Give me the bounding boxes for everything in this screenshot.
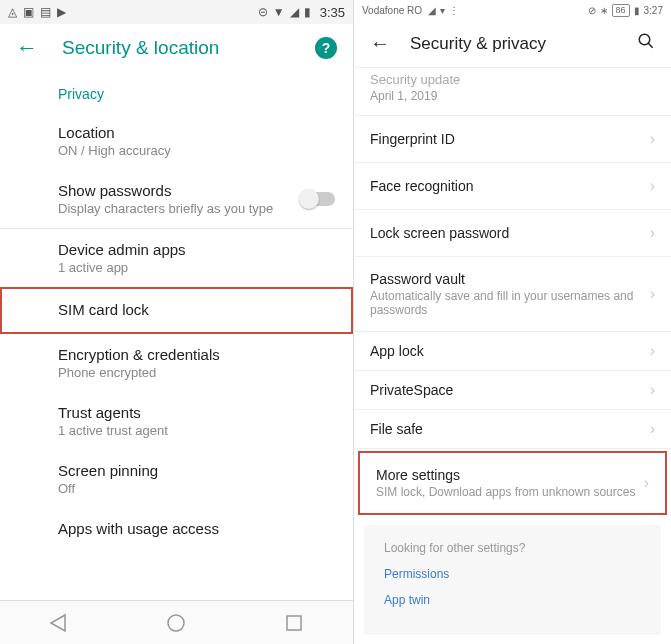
item-title: Security update bbox=[370, 72, 655, 87]
item-subtitle: Display characters briefly as you type bbox=[58, 201, 337, 216]
item-subtitle: April 1, 2019 bbox=[370, 89, 655, 103]
drive-icon: ◬ bbox=[8, 5, 17, 19]
chevron-right-icon: › bbox=[650, 130, 655, 148]
item-title: Fingerprint ID bbox=[370, 131, 650, 147]
battery-icon: ▮ bbox=[634, 5, 640, 16]
back-arrow-icon[interactable]: ← bbox=[16, 35, 38, 61]
item-title: Show passwords bbox=[58, 182, 337, 199]
image-icon: ▣ bbox=[23, 5, 34, 19]
bluetooth-icon: ∗ bbox=[600, 5, 608, 16]
item-title: Encryption & credentials bbox=[58, 346, 337, 363]
chevron-right-icon: › bbox=[644, 474, 649, 492]
item-title: Screen pinning bbox=[58, 462, 337, 479]
chevron-right-icon: › bbox=[650, 224, 655, 242]
item-more-settings[interactable]: More settings SIM lock, Download apps fr… bbox=[360, 453, 665, 513]
item-title: Apps with usage access bbox=[58, 520, 337, 537]
huawei-settings-right: Vodafone RO ◢ ▾ ⋮ ⊘ ∗ 86 ▮ 3:27 ← Securi… bbox=[354, 0, 671, 644]
item-password-vault[interactable]: Password vault Automatically save and fi… bbox=[354, 257, 671, 332]
app-bar: ← Security & privacy bbox=[354, 20, 671, 68]
battery-icon: ▮ bbox=[304, 5, 311, 19]
page-title: Security & privacy bbox=[410, 34, 637, 54]
carrier-label: Vodafone RO bbox=[362, 5, 422, 16]
item-show-passwords[interactable]: Show passwords Display characters briefl… bbox=[0, 170, 353, 228]
signal-icon: ◢ bbox=[290, 5, 299, 19]
nav-home-icon[interactable] bbox=[164, 611, 188, 635]
item-subtitle: Automatically save and fill in your user… bbox=[370, 289, 650, 317]
highlight-box: SIM card lock bbox=[0, 287, 353, 334]
android-settings-left: ◬ ▣ ▤ ▶ ⊝ ▼ ◢ ▮ 3:35 ← Security & locati… bbox=[0, 0, 354, 644]
item-title: Face recognition bbox=[370, 178, 650, 194]
status-bar: ◬ ▣ ▤ ▶ ⊝ ▼ ◢ ▮ 3:35 bbox=[0, 0, 353, 24]
status-bar: Vodafone RO ◢ ▾ ⋮ ⊘ ∗ 86 ▮ 3:27 bbox=[354, 0, 671, 20]
item-title: Password vault bbox=[370, 271, 650, 287]
chevron-right-icon: › bbox=[650, 285, 655, 303]
item-file-safe[interactable]: File safe › bbox=[354, 410, 671, 449]
highlight-box: More settings SIM lock, Download apps fr… bbox=[358, 451, 667, 515]
item-face-recognition[interactable]: Face recognition › bbox=[354, 163, 671, 210]
chevron-right-icon: › bbox=[650, 381, 655, 399]
toggle-switch[interactable] bbox=[301, 192, 335, 206]
item-encryption[interactable]: Encryption & credentials Phone encrypted bbox=[0, 334, 353, 392]
item-sim-card-lock[interactable]: SIM card lock bbox=[2, 289, 351, 332]
doc-icon: ▤ bbox=[40, 5, 51, 19]
item-usage-access[interactable]: Apps with usage access bbox=[0, 508, 353, 551]
wifi-icon: ▼ bbox=[273, 5, 285, 19]
item-title: App lock bbox=[370, 343, 650, 359]
svg-rect-1 bbox=[287, 616, 301, 630]
item-subtitle: SIM lock, Download apps from unknown sou… bbox=[376, 485, 644, 499]
footer-card: Looking for other settings? Permissions … bbox=[364, 525, 661, 635]
battery-label: 86 bbox=[612, 4, 630, 17]
item-location[interactable]: Location ON / High accuracy bbox=[0, 112, 353, 170]
settings-list: Privacy Location ON / High accuracy Show… bbox=[0, 72, 353, 644]
item-subtitle: 1 active app bbox=[58, 260, 337, 275]
back-arrow-icon[interactable]: ← bbox=[370, 32, 390, 55]
wifi-icon: ▾ bbox=[440, 5, 445, 16]
item-subtitle: ON / High accuracy bbox=[58, 143, 337, 158]
nav-recent-icon[interactable] bbox=[282, 611, 306, 635]
item-title: PrivateSpace bbox=[370, 382, 650, 398]
item-subtitle: Phone encrypted bbox=[58, 365, 337, 380]
footer-question: Looking for other settings? bbox=[384, 541, 641, 555]
section-privacy: Privacy bbox=[0, 72, 353, 112]
signal-icon: ◢ bbox=[428, 5, 436, 16]
item-device-admin[interactable]: Device admin apps 1 active app bbox=[0, 229, 353, 287]
item-app-lock[interactable]: App lock › bbox=[354, 332, 671, 371]
item-privatespace[interactable]: PrivateSpace › bbox=[354, 371, 671, 410]
item-title: Trust agents bbox=[58, 404, 337, 421]
settings-list: Security update April 1, 2019 Fingerprin… bbox=[354, 68, 671, 644]
svg-point-2 bbox=[639, 34, 650, 45]
play-icon: ▶ bbox=[57, 5, 66, 19]
chevron-right-icon: › bbox=[650, 342, 655, 360]
item-title: SIM card lock bbox=[58, 301, 335, 318]
item-subtitle: 1 active trust agent bbox=[58, 423, 337, 438]
dnd-icon: ⊝ bbox=[258, 5, 268, 19]
item-title: More settings bbox=[376, 467, 644, 483]
svg-point-0 bbox=[168, 615, 184, 631]
item-title: File safe bbox=[370, 421, 650, 437]
misc-icon: ⋮ bbox=[449, 5, 459, 16]
item-title: Device admin apps bbox=[58, 241, 337, 258]
item-lock-screen-password[interactable]: Lock screen password › bbox=[354, 210, 671, 257]
help-icon[interactable]: ? bbox=[315, 37, 337, 59]
clock: 3:27 bbox=[644, 5, 663, 16]
item-subtitle: Off bbox=[58, 481, 337, 496]
navigation-bar bbox=[0, 600, 353, 644]
alarm-icon: ⊘ bbox=[588, 5, 596, 16]
item-screen-pinning[interactable]: Screen pinning Off bbox=[0, 450, 353, 508]
app-bar: ← Security & location ? bbox=[0, 24, 353, 72]
item-security-update[interactable]: Security update April 1, 2019 bbox=[354, 68, 671, 116]
chevron-right-icon: › bbox=[650, 177, 655, 195]
chevron-right-icon: › bbox=[650, 420, 655, 438]
nav-back-icon[interactable] bbox=[47, 611, 71, 635]
page-title: Security & location bbox=[62, 37, 315, 59]
svg-line-3 bbox=[648, 43, 653, 48]
search-icon[interactable] bbox=[637, 32, 655, 55]
link-app-twin[interactable]: App twin bbox=[384, 593, 641, 607]
item-trust-agents[interactable]: Trust agents 1 active trust agent bbox=[0, 392, 353, 450]
clock: 3:35 bbox=[320, 5, 345, 20]
item-title: Lock screen password bbox=[370, 225, 650, 241]
link-permissions[interactable]: Permissions bbox=[384, 567, 641, 581]
item-fingerprint[interactable]: Fingerprint ID › bbox=[354, 116, 671, 163]
item-title: Location bbox=[58, 124, 337, 141]
